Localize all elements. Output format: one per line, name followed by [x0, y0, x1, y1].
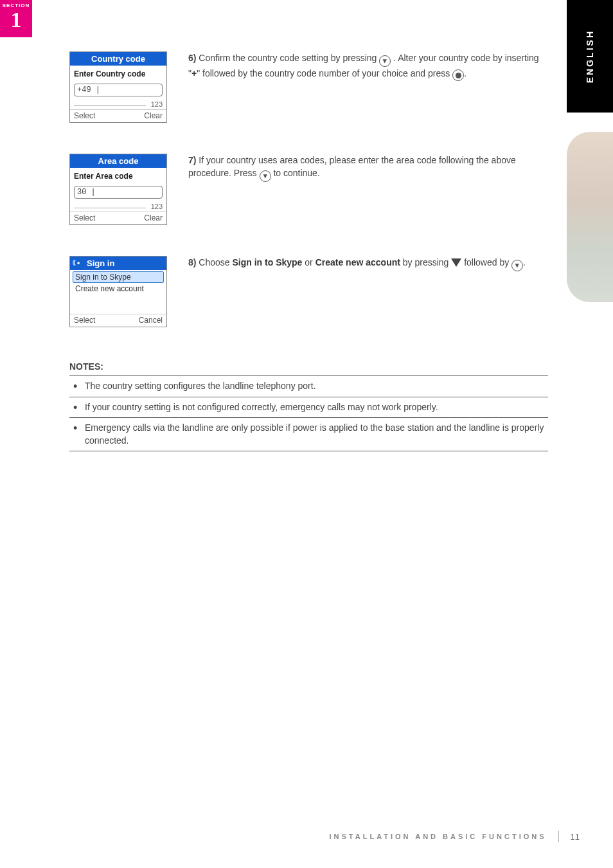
nav-right-icon: ▾: [511, 260, 523, 271]
screen-title: Sign in: [70, 257, 166, 270]
step-7-row: Area code Enter Area code 30 | 123 Selec…: [69, 154, 548, 230]
page-footer: INSTALLATION AND BASIC FUNCTIONS 11: [330, 831, 580, 842]
menu-list: Sign in to Skype Create new account: [70, 270, 166, 314]
screen-subtitle: Enter Area code: [70, 168, 166, 183]
screen-title: Area code: [70, 154, 166, 168]
section-badge: SECTION 1: [0, 0, 32, 37]
notes-section: NOTES: The country setting configures th…: [69, 361, 548, 451]
step-7-text: 7) If your country uses area codes, plea…: [179, 154, 548, 230]
menu-item-sign-in: Sign in to Skype: [73, 271, 164, 283]
step-number: 8): [188, 257, 196, 267]
page-number: 11: [571, 832, 580, 842]
nav-right-icon: ▾: [379, 55, 391, 67]
signal-icon: [74, 260, 83, 267]
decorative-side-image: [567, 132, 613, 302]
softkey-left: Select: [74, 111, 95, 120]
screen-subtitle: Enter Country code: [70, 66, 166, 81]
screen-title: Country code: [70, 52, 166, 66]
language-label: ENGLISH: [585, 30, 595, 83]
language-tab: ENGLISH: [567, 0, 613, 113]
step-number: 7): [188, 155, 196, 165]
note-item: If your country setting is not configure…: [69, 397, 548, 418]
page-content: Country code Enter Country code +49 | 12…: [69, 51, 548, 451]
step-number: 6): [188, 53, 196, 63]
input-country-code: +49 |: [74, 84, 163, 96]
input-mode: 123: [70, 203, 166, 212]
center-button-icon: [452, 69, 464, 81]
down-arrow-icon: [451, 258, 461, 267]
step-8-row: Sign in Sign in to Skype Create new acco…: [69, 256, 548, 332]
menu-item-create-account: Create new account: [73, 283, 164, 294]
softkey-right: Cancel: [139, 316, 163, 325]
note-item: Emergency calls via the landline are onl…: [69, 417, 548, 451]
notes-heading: NOTES:: [69, 361, 548, 372]
input-area-code: 30 |: [74, 186, 163, 199]
note-item: The country setting configures the landl…: [69, 375, 548, 397]
softkey-right: Clear: [144, 111, 163, 120]
softkey-right: Clear: [144, 213, 163, 222]
softkey-left: Select: [74, 213, 95, 222]
input-mode: 123: [70, 100, 166, 109]
nav-right-icon: ▾: [260, 170, 271, 182]
screen-sign-in: Sign in Sign in to Skype Create new acco…: [69, 256, 167, 327]
softkey-left: Select: [74, 316, 95, 325]
section-number: 1: [0, 8, 32, 32]
step-8-text: 8) Choose Sign in to Skype or Create new…: [179, 256, 548, 332]
screen-area-code: Area code Enter Area code 30 | 123 Selec…: [69, 154, 167, 225]
footer-divider: [558, 831, 559, 842]
screen-country-code: Country code Enter Country code +49 | 12…: [69, 51, 167, 123]
step-6-row: Country code Enter Country code +49 | 12…: [69, 51, 548, 128]
step-6-text: 6) Confirm the country code setting by p…: [179, 51, 548, 128]
footer-title: INSTALLATION AND BASIC FUNCTIONS: [330, 833, 547, 840]
